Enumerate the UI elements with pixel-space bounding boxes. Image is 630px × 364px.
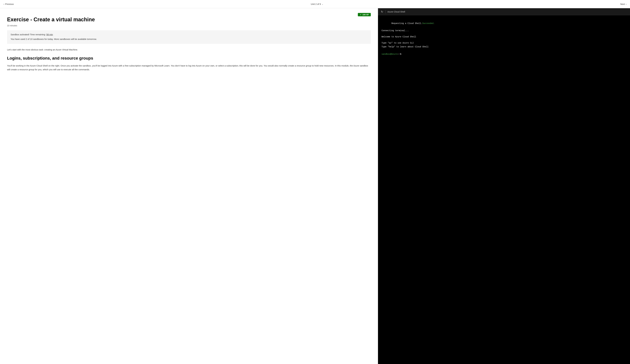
shell-line-3-empty — [382, 33, 626, 35]
xp-value: 100 XP — [362, 13, 369, 16]
shell-refresh-button[interactable]: ↻ — [380, 9, 384, 14]
sandbox-time-value: 58 min — [46, 33, 53, 36]
chevron-left-icon: ‹ — [4, 3, 4, 5]
page-title: Exercise - Create a virtual machine — [7, 16, 371, 23]
previous-button[interactable]: ‹ Previous — [4, 3, 14, 5]
shell-header-divider — [386, 10, 386, 13]
shell-requesting-text: Requesting a Cloud Shell. — [392, 22, 422, 24]
shell-line-1: Requesting a Cloud Shell.Succeeded. — [382, 18, 626, 29]
unit-label: Unit 2 of 9 — [311, 3, 321, 5]
unit-selector[interactable]: Unit 2 of 9 ⌄ — [311, 3, 323, 5]
shell-line-2: Connecting terminal... — [382, 29, 626, 32]
body-text-italic: resource group — [296, 64, 312, 67]
shell-succeeded-text: Succeeded. — [422, 22, 435, 24]
time-estimate: 10 minutes — [7, 24, 371, 27]
cloud-shell-panel: ↻ Azure Cloud Shell Requesting a Cloud S… — [378, 8, 630, 364]
shell-terminal[interactable]: Requesting a Cloud Shell.Succeeded. Conn… — [378, 15, 630, 364]
shell-title: Azure Cloud Shell — [388, 10, 405, 13]
body-text-part1: You'll be working in the Azure Cloud She… — [7, 64, 296, 67]
chevron-right-icon: › — [626, 3, 626, 5]
content-panel: 100 XP Exercise - Create a virtual machi… — [0, 8, 378, 364]
section-title: Logins, subscriptions, and resource grou… — [7, 56, 371, 61]
chevron-down-icon: ⌄ — [322, 3, 323, 5]
intro-text: Let's start with the most obvious task: … — [7, 48, 371, 51]
shell-line-4: Welcome to Azure Cloud Shell — [382, 35, 626, 39]
shell-line-8-empty — [382, 49, 626, 51]
xp-badge: 100 XP — [358, 13, 371, 16]
sandbox-time-label: Sandbox activated! Time remaining: — [10, 33, 46, 36]
next-button[interactable]: Next › — [620, 3, 626, 5]
shell-prompt-line: sandbox@Azure:~$ — [382, 52, 626, 56]
top-navigation: ‹ Previous Unit 2 of 9 ⌄ Next › — [0, 0, 630, 8]
sandbox-info-box: Sandbox activated! Time remaining: 58 mi… — [7, 30, 371, 44]
prompt-azure-text: @Azure — [390, 52, 398, 56]
shell-line-6: Type "az" to use Azure CLI — [382, 41, 626, 45]
prompt-sandbox-text: sandbox — [382, 52, 390, 56]
shell-header: ↻ Azure Cloud Shell — [378, 8, 630, 15]
sandbox-time-display: Sandbox activated! Time remaining: 58 mi… — [10, 33, 367, 36]
previous-label: Previous — [5, 3, 14, 5]
shell-line-7: Type "help" to learn about Cloud Shell — [382, 45, 626, 49]
shell-line-5-empty — [382, 39, 626, 41]
refresh-icon: ↻ — [381, 10, 383, 13]
next-label: Next — [620, 3, 625, 5]
prompt-path-text: :~$ — [398, 52, 401, 56]
body-paragraph: You'll be working in the Azure Cloud She… — [7, 64, 371, 71]
main-wrapper: 100 XP Exercise - Create a virtual machi… — [0, 8, 630, 364]
sandbox-usage-info: You have used 2 of 10 sandboxes for toda… — [10, 37, 367, 41]
